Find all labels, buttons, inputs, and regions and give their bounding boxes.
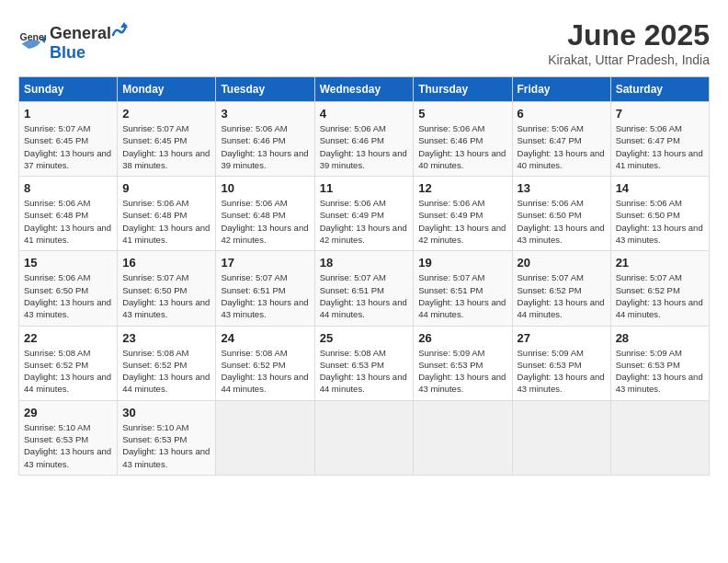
weekday-header-sunday: Sunday: [19, 77, 118, 102]
calendar-cell: 2 Sunrise: 5:07 AMSunset: 6:45 PMDayligh…: [118, 102, 216, 177]
day-number: 21: [616, 256, 704, 270]
day-number: 12: [418, 181, 506, 195]
day-number: 23: [122, 331, 210, 345]
day-number: 29: [24, 406, 112, 419]
day-info: Sunrise: 5:08 AMSunset: 6:53 PMDaylight:…: [320, 348, 407, 395]
day-info: Sunrise: 5:08 AMSunset: 6:52 PMDaylight:…: [24, 348, 111, 395]
day-info: Sunrise: 5:07 AMSunset: 6:50 PMDaylight:…: [122, 272, 210, 319]
calendar-cell: 22 Sunrise: 5:08 AMSunset: 6:52 PMDaylig…: [19, 326, 118, 400]
day-number: 16: [122, 256, 210, 270]
calendar-cell: [512, 400, 610, 475]
day-number: 2: [122, 107, 210, 121]
logo-blue-text: Blue: [50, 43, 85, 62]
weekday-header-tuesday: Tuesday: [216, 77, 314, 102]
day-info: Sunrise: 5:06 AMSunset: 6:47 PMDaylight:…: [518, 123, 605, 170]
day-info: Sunrise: 5:07 AMSunset: 6:51 PMDaylight:…: [418, 272, 506, 319]
day-info: Sunrise: 5:08 AMSunset: 6:52 PMDaylight:…: [122, 348, 210, 395]
day-info: Sunrise: 5:06 AMSunset: 6:49 PMDaylight:…: [418, 198, 506, 245]
calendar-cell: [314, 400, 414, 475]
calendar-cell: 10 Sunrise: 5:06 AMSunset: 6:48 PMDaylig…: [216, 177, 314, 251]
calendar-cell: 3 Sunrise: 5:06 AMSunset: 6:46 PMDayligh…: [216, 102, 314, 177]
calendar-cell: 24 Sunrise: 5:08 AMSunset: 6:52 PMDaylig…: [216, 326, 314, 400]
calendar-cell: 29 Sunrise: 5:10 AMSunset: 6:53 PMDaylig…: [19, 400, 118, 475]
day-number: 5: [418, 107, 506, 121]
day-info: Sunrise: 5:06 AMSunset: 6:46 PMDaylight:…: [320, 123, 407, 170]
weekday-header-saturday: Saturday: [610, 77, 709, 102]
calendar-cell: [414, 400, 512, 475]
calendar-cell: 20 Sunrise: 5:07 AMSunset: 6:52 PMDaylig…: [512, 251, 610, 326]
calendar-cell: 5 Sunrise: 5:06 AMSunset: 6:46 PMDayligh…: [414, 102, 512, 177]
calendar-table: SundayMondayTuesdayWednesdayThursdayFrid…: [18, 76, 710, 476]
day-number: 17: [221, 256, 309, 270]
calendar-cell: 1 Sunrise: 5:07 AMSunset: 6:45 PMDayligh…: [19, 102, 118, 177]
calendar-header-row: SundayMondayTuesdayWednesdayThursdayFrid…: [19, 77, 710, 102]
calendar-cell: 19 Sunrise: 5:07 AMSunset: 6:51 PMDaylig…: [414, 251, 512, 326]
day-number: 8: [24, 181, 112, 195]
day-number: 13: [518, 181, 606, 195]
calendar-cell: 12 Sunrise: 5:06 AMSunset: 6:49 PMDaylig…: [414, 177, 512, 251]
day-number: 11: [320, 181, 409, 195]
day-info: Sunrise: 5:07 AMSunset: 6:51 PMDaylight:…: [320, 272, 407, 319]
calendar-body: 1 Sunrise: 5:07 AMSunset: 6:45 PMDayligh…: [19, 102, 710, 476]
day-number: 10: [221, 181, 309, 195]
day-number: 9: [122, 181, 210, 195]
day-info: Sunrise: 5:10 AMSunset: 6:53 PMDaylight:…: [24, 422, 111, 469]
day-number: 7: [616, 107, 704, 121]
logo-wave-icon: [111, 18, 128, 39]
calendar-cell: 18 Sunrise: 5:07 AMSunset: 6:51 PMDaylig…: [314, 251, 414, 326]
day-info: Sunrise: 5:06 AMSunset: 6:48 PMDaylight:…: [24, 198, 111, 245]
calendar-cell: 17 Sunrise: 5:07 AMSunset: 6:51 PMDaylig…: [216, 251, 314, 326]
calendar-cell: 26 Sunrise: 5:09 AMSunset: 6:53 PMDaylig…: [414, 326, 512, 400]
weekday-header-wednesday: Wednesday: [314, 77, 414, 102]
day-info: Sunrise: 5:06 AMSunset: 6:50 PMDaylight:…: [616, 198, 703, 245]
day-info: Sunrise: 5:09 AMSunset: 6:53 PMDaylight:…: [616, 348, 703, 395]
day-number: 6: [518, 107, 606, 121]
title-area: June 2025 Kirakat, Uttar Pradesh, India: [548, 18, 710, 67]
day-info: Sunrise: 5:07 AMSunset: 6:45 PMDaylight:…: [122, 123, 210, 170]
header: General General Blue June 2025 Kirakat, …: [18, 18, 710, 67]
day-info: Sunrise: 5:06 AMSunset: 6:49 PMDaylight:…: [320, 198, 407, 245]
day-info: Sunrise: 5:06 AMSunset: 6:47 PMDaylight:…: [616, 123, 703, 170]
calendar-cell: 6 Sunrise: 5:06 AMSunset: 6:47 PMDayligh…: [512, 102, 610, 177]
day-info: Sunrise: 5:06 AMSunset: 6:50 PMDaylight:…: [518, 198, 605, 245]
day-number: 25: [320, 331, 409, 345]
day-number: 26: [418, 331, 506, 345]
calendar-cell: 4 Sunrise: 5:06 AMSunset: 6:46 PMDayligh…: [314, 102, 414, 177]
calendar-week-row: 15 Sunrise: 5:06 AMSunset: 6:50 PMDaylig…: [19, 251, 710, 326]
day-number: 30: [122, 406, 210, 419]
calendar-cell: 23 Sunrise: 5:08 AMSunset: 6:52 PMDaylig…: [118, 326, 216, 400]
calendar-cell: 11 Sunrise: 5:06 AMSunset: 6:49 PMDaylig…: [314, 177, 414, 251]
calendar-cell: 14 Sunrise: 5:06 AMSunset: 6:50 PMDaylig…: [610, 177, 709, 251]
day-number: 27: [518, 331, 606, 345]
logo-icon: General: [18, 27, 46, 54]
calendar-cell: 28 Sunrise: 5:09 AMSunset: 6:53 PMDaylig…: [610, 326, 709, 400]
calendar-cell: 9 Sunrise: 5:06 AMSunset: 6:48 PMDayligh…: [118, 177, 216, 251]
day-info: Sunrise: 5:07 AMSunset: 6:52 PMDaylight:…: [518, 272, 605, 319]
calendar-cell: [216, 400, 314, 475]
day-info: Sunrise: 5:08 AMSunset: 6:52 PMDaylight:…: [221, 348, 308, 395]
day-number: 14: [616, 181, 704, 195]
calendar-cell: 21 Sunrise: 5:07 AMSunset: 6:52 PMDaylig…: [610, 251, 709, 326]
day-number: 24: [221, 331, 309, 345]
calendar-week-row: 1 Sunrise: 5:07 AMSunset: 6:45 PMDayligh…: [19, 102, 710, 177]
calendar-cell: 25 Sunrise: 5:08 AMSunset: 6:53 PMDaylig…: [314, 326, 414, 400]
day-info: Sunrise: 5:06 AMSunset: 6:48 PMDaylight:…: [221, 198, 308, 245]
day-info: Sunrise: 5:09 AMSunset: 6:53 PMDaylight:…: [418, 348, 506, 395]
day-number: 15: [24, 256, 112, 270]
logo-general-text: General: [50, 24, 111, 43]
svg-marker-2: [120, 22, 128, 28]
location-title: Kirakat, Uttar Pradesh, India: [548, 52, 710, 67]
day-number: 1: [24, 107, 112, 121]
day-info: Sunrise: 5:06 AMSunset: 6:50 PMDaylight:…: [24, 272, 111, 319]
day-number: 28: [616, 331, 704, 345]
day-info: Sunrise: 5:07 AMSunset: 6:51 PMDaylight:…: [221, 272, 308, 319]
calendar-cell: 16 Sunrise: 5:07 AMSunset: 6:50 PMDaylig…: [118, 251, 216, 326]
calendar-week-row: 29 Sunrise: 5:10 AMSunset: 6:53 PMDaylig…: [19, 400, 710, 475]
weekday-header-friday: Friday: [512, 77, 610, 102]
calendar-cell: [610, 400, 709, 475]
calendar-week-row: 8 Sunrise: 5:06 AMSunset: 6:48 PMDayligh…: [19, 177, 710, 251]
day-number: 18: [320, 256, 409, 270]
day-info: Sunrise: 5:07 AMSunset: 6:52 PMDaylight:…: [616, 272, 703, 319]
logo: General General Blue: [18, 18, 128, 63]
day-number: 4: [320, 107, 409, 121]
